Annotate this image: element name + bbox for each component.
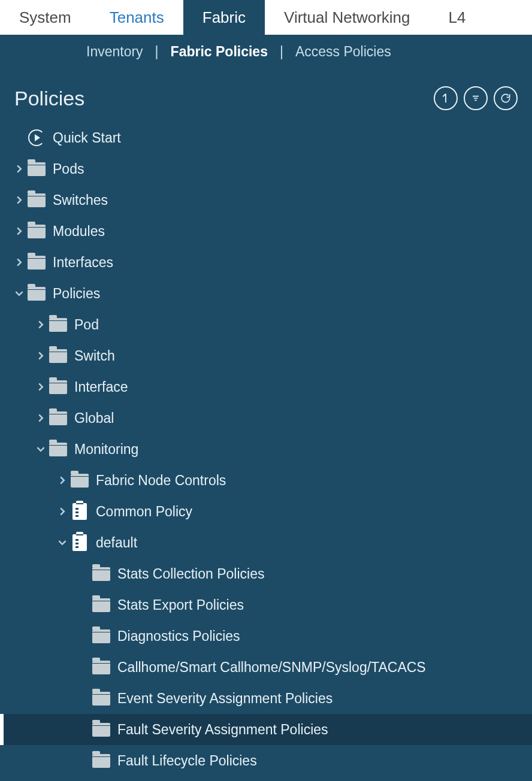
subnav-inventory[interactable]: Inventory [84,44,146,60]
panel-header: Policies [0,68,532,116]
tree-label: Modules [53,223,105,240]
tree-label: default [96,535,137,551]
tree-label: Fault Lifecycle Policies [117,753,257,769]
chevron-right-icon[interactable] [34,320,48,329]
tree-label: Diagnostics Policies [117,628,240,644]
folder-icon [26,256,47,270]
subnav-fabric-policies[interactable]: Fabric Policies [168,44,270,60]
quick-start-icon [26,129,47,146]
tree-item-event-severity[interactable]: Event Severity Assignment Policies [0,683,532,714]
chevron-down-icon[interactable] [34,445,48,453]
subnav-access-policies[interactable]: Access Policies [293,44,394,60]
folder-icon [91,661,111,674]
panel-actions [434,86,518,110]
nav-tree: Quick Start Pods Switches Modules Interf… [0,116,532,776]
chevron-right-icon[interactable] [12,227,26,235]
chevron-right-icon[interactable] [34,352,48,360]
tree-item-fault-severity[interactable]: Fault Severity Assignment Policies [0,714,532,745]
tree-item-switches[interactable]: Switches [0,184,532,216]
sub-nav: Inventory | Fabric Policies | Access Pol… [0,35,532,68]
tree-label: Callhome/Smart Callhome/SNMP/Syslog/TACA… [117,659,426,676]
clipboard-icon [69,534,90,551]
chevron-right-icon[interactable] [12,196,26,204]
folder-icon [26,193,47,207]
clipboard-icon [69,503,90,520]
tree-label: Stats Collection Policies [117,566,264,582]
tree-label: Stats Export Policies [117,597,244,613]
tab-label: Tenants [110,8,164,27]
refresh-icon [500,92,512,104]
tree-item-default[interactable]: default [0,527,532,558]
chevron-right-icon[interactable] [34,414,48,422]
chevron-right-icon[interactable] [55,507,69,516]
tab-system[interactable]: System [0,0,90,35]
tab-l4[interactable]: L4 [430,0,466,35]
tree-item-interfaces[interactable]: Interfaces [0,247,532,278]
filter-icon [470,92,482,104]
chevron-right-icon[interactable] [34,383,48,391]
tree-item-diagnostics[interactable]: Diagnostics Policies [0,620,532,652]
tab-fabric[interactable]: Fabric [183,0,265,35]
tree-label: Fabric Node Controls [96,473,226,489]
tree-item-global[interactable]: Global [0,402,532,434]
folder-icon [48,380,68,394]
chevron-down-icon[interactable] [12,289,26,298]
tab-label: Fabric [202,8,246,27]
tree-label: Switch [74,348,115,364]
folder-icon [48,411,68,425]
tree-item-fault-lifecycle[interactable]: Fault Lifecycle Policies [0,745,532,776]
folder-icon [91,567,111,581]
dock-toggle-button[interactable] [434,86,458,110]
tab-label: L4 [449,8,466,27]
folder-icon [91,598,111,612]
tree-item-modules[interactable]: Modules [0,216,532,247]
tree-item-monitoring[interactable]: Monitoring [0,434,532,465]
folder-icon [26,162,47,176]
chevron-right-icon[interactable] [12,165,26,173]
tree-label: Policies [53,286,100,302]
tree-item-stats-export[interactable]: Stats Export Policies [0,589,532,620]
tree-label: Quick Start [53,130,121,146]
chevron-right-icon[interactable] [55,476,69,485]
tree-label: Monitoring [74,441,138,458]
dock-toggle-icon [439,92,452,105]
refresh-button[interactable] [494,86,518,110]
tree-item-pod[interactable]: Pod [0,309,532,340]
tree-label: Interfaces [53,255,113,271]
folder-icon [91,692,111,706]
folder-icon [48,318,68,332]
tree-item-callhome[interactable]: Callhome/Smart Callhome/SNMP/Syslog/TACA… [0,652,532,683]
tree-item-pods[interactable]: Pods [0,153,532,184]
tree-label: Pods [53,161,84,177]
tree-label: Global [74,410,114,426]
tree-item-stats-collection[interactable]: Stats Collection Policies [0,558,532,589]
folder-icon [26,287,47,301]
folder-icon [48,349,68,363]
tab-label: System [19,8,71,27]
tree-label: Event Severity Assignment Policies [117,691,332,707]
tree-item-switch[interactable]: Switch [0,340,532,371]
folder-icon [91,754,111,768]
tab-virtual-networking[interactable]: Virtual Networking [265,0,430,35]
folder-icon [69,474,90,488]
page-title: Policies [14,87,84,110]
folder-icon [91,723,111,737]
filter-button[interactable] [464,86,488,110]
chevron-right-icon[interactable] [12,258,26,267]
subnav-separator: | [155,44,159,60]
folder-icon [91,629,111,643]
tree-item-policies[interactable]: Policies [0,278,532,309]
tree-label: Pod [74,317,99,333]
tab-tenants[interactable]: Tenants [90,0,183,35]
subnav-separator: | [280,44,283,60]
top-nav: System Tenants Fabric Virtual Networking… [0,0,532,35]
tree-item-fabric-node-controls[interactable]: Fabric Node Controls [0,465,532,496]
tree-item-interface[interactable]: Interface [0,371,532,402]
tree-item-common-policy[interactable]: Common Policy [0,496,532,527]
tree-item-quick-start[interactable]: Quick Start [0,122,532,153]
tree-label: Common Policy [96,504,192,520]
tree-label: Interface [74,379,128,395]
tree-label: Switches [53,192,108,208]
tab-label: Virtual Networking [284,8,410,27]
chevron-down-icon[interactable] [55,538,69,547]
